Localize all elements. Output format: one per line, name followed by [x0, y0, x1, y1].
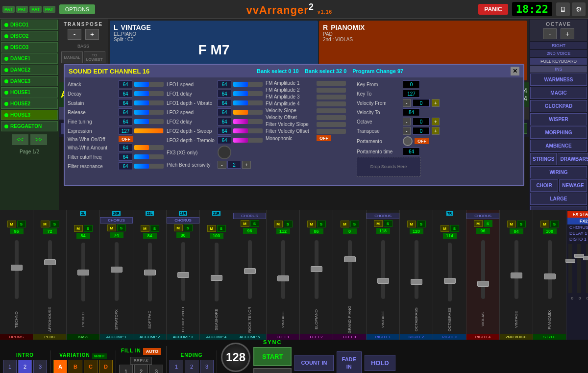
- fader-handle[interactable]: [244, 268, 256, 274]
- fx-fader-3[interactable]: [583, 256, 588, 260]
- fader-handle[interactable]: [444, 278, 456, 284]
- pitch-plus[interactable]: +: [242, 161, 251, 169]
- mute-btn[interactable]: M: [274, 221, 283, 227]
- transpose-plus2[interactable]: +: [432, 127, 440, 135]
- intro-1[interactable]: 1: [3, 360, 17, 373]
- solo-btn[interactable]: S: [517, 221, 526, 227]
- octave-plus[interactable]: +: [432, 118, 440, 125]
- solo-btn[interactable]: S: [17, 221, 26, 227]
- portamento-toggle[interactable]: OFF: [415, 138, 429, 144]
- sidebar-item-dance1[interactable]: DANCE1: [1, 53, 58, 64]
- solo-btn[interactable]: S: [184, 224, 193, 231]
- mute-btn[interactable]: M: [540, 221, 549, 227]
- pitch-minus[interactable]: -: [218, 161, 226, 169]
- manual-btn[interactable]: MANUAL: [61, 51, 82, 63]
- sidebar-item-house1[interactable]: HOUSE1: [1, 87, 58, 98]
- vel-to-input[interactable]: [403, 108, 420, 116]
- sound-drawbars[interactable]: DRAWBARS: [558, 153, 588, 165]
- octave-input[interactable]: [413, 118, 430, 125]
- sound-wiring[interactable]: WIRING: [530, 166, 587, 178]
- octave-minus[interactable]: -: [403, 118, 411, 125]
- break-button[interactable]: BREAK: [130, 357, 152, 365]
- vel-from-input[interactable]: [413, 99, 430, 107]
- mute-btn[interactable]: M: [341, 221, 349, 227]
- mute-btn[interactable]: M: [7, 221, 16, 227]
- fader-handle[interactable]: [144, 270, 156, 275]
- sidebar-item-disco1[interactable]: DISCO1: [1, 20, 58, 30]
- fader-handle[interactable]: [111, 267, 122, 273]
- sound-glockpad[interactable]: GLOCKPAD: [530, 100, 587, 112]
- solo-btn[interactable]: S: [250, 220, 259, 227]
- solo-btn[interactable]: S: [50, 221, 59, 227]
- fader-handle[interactable]: [477, 281, 489, 287]
- sound-magic[interactable]: MAGIC: [530, 87, 587, 99]
- intro-3[interactable]: 3: [33, 360, 47, 373]
- settings-icon[interactable]: ⚙: [572, 2, 586, 16]
- fill-1[interactable]: 1: [119, 365, 133, 373]
- mute-btn[interactable]: M: [374, 220, 383, 227]
- sidebar-item-dance2[interactable]: DANCE2: [1, 65, 58, 75]
- variation-a[interactable]: A: [53, 360, 67, 373]
- stop-button[interactable]: STOP: [253, 368, 292, 373]
- mute-btn[interactable]: M: [241, 220, 249, 227]
- fx-fader-2[interactable]: [574, 254, 584, 258]
- solo-btn[interactable]: S: [284, 221, 293, 227]
- sound-strings[interactable]: STRINGS: [530, 153, 557, 165]
- hold-button[interactable]: HOLD: [365, 355, 395, 371]
- sidebar-item-disco2[interactable]: DISCO2: [1, 31, 58, 41]
- whawha-toggle[interactable]: OFF: [119, 136, 133, 142]
- ending-3[interactable]: 3: [200, 360, 214, 373]
- mute-btn[interactable]: M: [141, 225, 149, 232]
- sound-newage[interactable]: NEWAGE: [559, 179, 587, 192]
- vel-from-plus[interactable]: +: [432, 99, 440, 107]
- transpose-input[interactable]: [413, 127, 430, 135]
- sidebar-item-house3[interactable]: HOUSE3: [1, 110, 58, 120]
- fader-handle[interactable]: [211, 275, 222, 281]
- solo-btn[interactable]: S: [217, 225, 226, 232]
- octave-plus-btn[interactable]: +: [561, 28, 574, 39]
- octave-minus-btn[interactable]: -: [543, 28, 557, 39]
- fader-handle[interactable]: [177, 272, 189, 278]
- sidebar-item-disco3[interactable]: DISCO3: [1, 42, 58, 52]
- fx-fader-1[interactable]: [565, 259, 575, 263]
- fader-handle[interactable]: [11, 265, 23, 271]
- monophonic-toggle[interactable]: OFF: [317, 135, 331, 141]
- transpose-plus[interactable]: +: [85, 29, 99, 40]
- mute-btn[interactable]: M: [441, 225, 449, 232]
- sidebar-item-house2[interactable]: HOUSE2: [1, 99, 58, 109]
- ending-2[interactable]: 2: [185, 360, 198, 373]
- mute-btn[interactable]: M: [307, 221, 316, 227]
- mute-btn[interactable]: M: [474, 220, 483, 227]
- sidebar-item-reggaeton[interactable]: REGGAETON: [1, 121, 58, 131]
- mute-btn[interactable]: M: [174, 224, 183, 231]
- bpm-circle[interactable]: 128: [221, 343, 250, 372]
- key-from-input[interactable]: [403, 80, 420, 88]
- fader-handle[interactable]: [311, 266, 322, 272]
- start-button[interactable]: START: [253, 347, 292, 366]
- sound-morphing[interactable]: MORPHING: [530, 126, 587, 139]
- sound-choir[interactable]: CHOIR: [530, 179, 558, 192]
- solo-btn[interactable]: S: [84, 225, 93, 232]
- mute-btn[interactable]: M: [74, 225, 83, 232]
- portamento-knob[interactable]: [403, 136, 413, 146]
- ending-1[interactable]: 1: [170, 360, 183, 373]
- solo-btn[interactable]: S: [484, 220, 492, 227]
- vel-from-minus[interactable]: -: [403, 99, 411, 107]
- sound-warmness[interactable]: WARMNESS: [530, 74, 587, 86]
- key-to-input[interactable]: [403, 90, 420, 98]
- sidebar-item-dance3[interactable]: DANCE3: [1, 76, 58, 86]
- solo-btn[interactable]: S: [150, 225, 159, 232]
- portamento-time-input[interactable]: [403, 148, 420, 155]
- fader-handle[interactable]: [77, 270, 89, 275]
- drop-sounds-area[interactable]: Drop Sounds Here: [357, 157, 420, 176]
- solo-btn[interactable]: S: [550, 221, 559, 227]
- auto-button[interactable]: AUTO: [143, 348, 161, 355]
- sound-ambience[interactable]: AMBIENCE: [530, 140, 587, 152]
- sound-wisper[interactable]: WISPER: [530, 113, 587, 125]
- fader-handle[interactable]: [344, 256, 356, 262]
- mute-btn[interactable]: M: [407, 221, 416, 227]
- variation-c[interactable]: C: [84, 360, 98, 373]
- solo-btn[interactable]: S: [450, 225, 459, 232]
- solo-btn[interactable]: S: [384, 220, 392, 227]
- fader-handle[interactable]: [377, 278, 389, 284]
